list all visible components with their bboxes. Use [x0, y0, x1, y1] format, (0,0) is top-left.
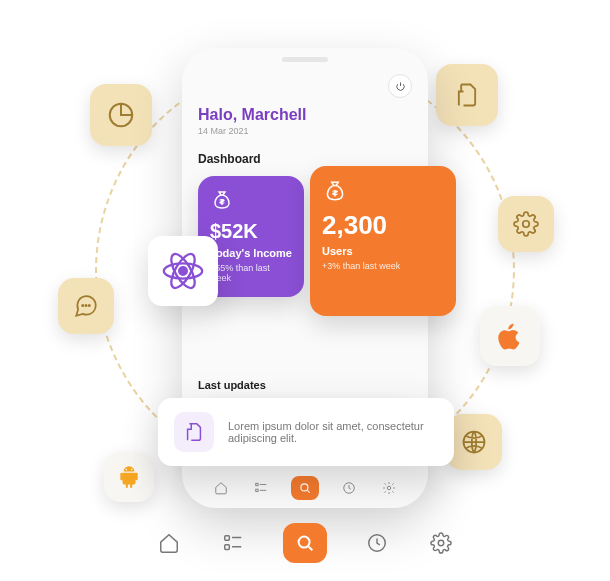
money-bag-icon	[322, 178, 348, 204]
date-text: 14 Mar 2021	[198, 126, 412, 136]
last-updates-title: Last updates	[198, 379, 412, 391]
svg-point-7	[131, 469, 133, 471]
income-value: $52K	[210, 220, 292, 243]
users-card[interactable]: 2,300 Users +3% than last week	[310, 166, 456, 316]
chat-icon	[58, 278, 114, 334]
users-value: 2,300	[322, 210, 444, 241]
nav-menu-button[interactable]	[219, 529, 247, 557]
money-bag-icon	[210, 188, 236, 214]
svg-rect-17	[225, 536, 230, 541]
pie-chart-icon	[90, 84, 152, 146]
document-icon	[436, 64, 498, 126]
income-delta: +55% than last week	[210, 263, 292, 283]
nav-menu-button[interactable]	[251, 478, 271, 498]
svg-point-1	[523, 221, 530, 228]
users-label: Users	[322, 245, 444, 257]
power-button[interactable]	[388, 74, 412, 98]
svg-rect-18	[225, 545, 230, 550]
svg-point-21	[438, 540, 444, 546]
react-icon	[148, 236, 218, 306]
svg-point-6	[126, 469, 128, 471]
svg-point-14	[301, 484, 308, 491]
svg-point-4	[89, 305, 90, 306]
nav-home-button[interactable]	[155, 529, 183, 557]
outer-bottom-nav	[155, 523, 455, 563]
svg-point-2	[82, 305, 83, 306]
svg-point-16	[387, 486, 391, 490]
nav-activity-button[interactable]	[339, 478, 359, 498]
nav-activity-button[interactable]	[363, 529, 391, 557]
globe-icon	[446, 414, 502, 470]
svg-point-19	[299, 537, 310, 548]
svg-rect-12	[256, 483, 258, 485]
income-label: Today's Income	[210, 247, 292, 259]
apple-icon	[480, 306, 540, 366]
dashboard-label: Dashboard	[198, 152, 412, 166]
greeting-text: Halo, Marchell	[198, 106, 412, 124]
phone-notch	[245, 48, 365, 68]
nav-home-button[interactable]	[211, 478, 231, 498]
svg-point-3	[85, 305, 86, 306]
svg-rect-13	[256, 489, 258, 491]
android-icon	[104, 452, 154, 502]
update-item-large[interactable]: Lorem ipsum dolor sit amet, consectetur …	[158, 398, 454, 466]
document-icon	[174, 412, 214, 452]
update-text: Lorem ipsum dolor sit amet, consectetur …	[228, 420, 438, 444]
svg-point-8	[179, 267, 187, 275]
nav-search-button[interactable]	[283, 523, 327, 563]
gear-icon	[498, 196, 554, 252]
nav-settings-button[interactable]	[427, 529, 455, 557]
nav-search-button[interactable]	[291, 476, 319, 500]
users-delta: +3% than last week	[322, 261, 444, 271]
phone-bottom-nav	[182, 476, 428, 500]
nav-settings-button[interactable]	[379, 478, 399, 498]
